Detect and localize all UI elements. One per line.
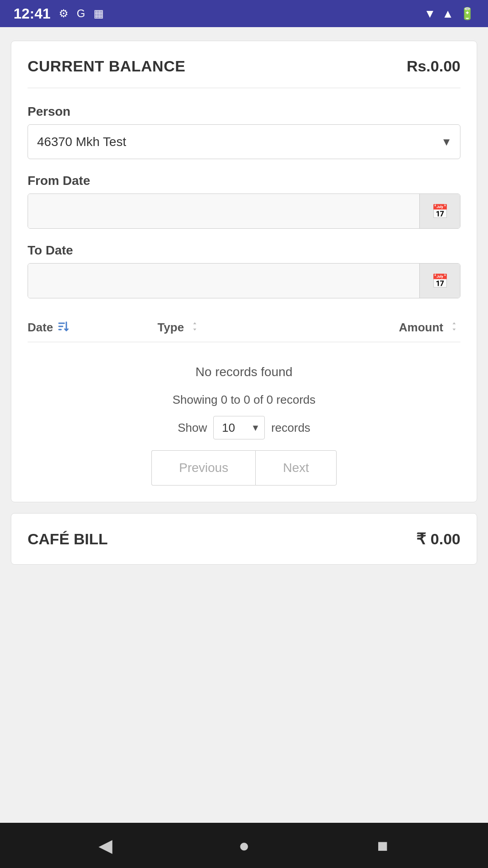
recents-nav-button[interactable]: ■ (365, 827, 401, 863)
balance-amount: Rs.0.00 (407, 57, 460, 75)
from-calendar-icon: 📅 (432, 203, 448, 219)
type-column-label: Type (157, 321, 184, 335)
person-select-wrapper[interactable]: 46370 Mkh Test ▼ (28, 124, 460, 159)
person-label: Person (28, 104, 460, 119)
nav-bar: ◀ ● ■ (0, 823, 488, 868)
clipboard-icon: ▦ (94, 7, 104, 20)
home-icon: ● (239, 835, 249, 856)
recents-icon: ■ (377, 835, 388, 856)
back-nav-button[interactable]: ◀ (87, 827, 123, 863)
to-date-calendar-button[interactable]: 📅 (419, 264, 460, 298)
back-icon: ◀ (99, 835, 113, 856)
date-sort-icon[interactable] (57, 320, 70, 335)
settings-icon: ⚙ (59, 7, 69, 20)
previous-button[interactable]: Previous (151, 450, 255, 486)
show-select-wrapper[interactable]: 10 25 50 100 ▼ (213, 416, 265, 439)
table-container: Date Type (28, 313, 460, 486)
current-balance-card: CURRENT BALANCE Rs.0.00 Person 46370 Mkh… (11, 41, 477, 502)
col-type-header: Type (157, 320, 319, 335)
show-count-select[interactable]: 10 25 50 100 (214, 416, 264, 439)
from-date-input[interactable] (28, 194, 419, 228)
type-sort-icon[interactable] (188, 320, 201, 335)
pagination-info: Showing 0 to 0 of 0 records (28, 393, 460, 407)
from-date-wrapper: 📅 (28, 193, 460, 229)
main-content: CURRENT BALANCE Rs.0.00 Person 46370 Mkh… (0, 27, 488, 823)
google-icon: G (77, 7, 85, 20)
cafe-bill-amount: ₹ 0.00 (416, 530, 460, 548)
person-select[interactable]: 46370 Mkh Test (28, 125, 460, 159)
to-date-wrapper: 📅 (28, 263, 460, 298)
balance-header: CURRENT BALANCE Rs.0.00 (28, 57, 460, 88)
no-records-message: No records found (28, 342, 460, 393)
next-button[interactable]: Next (255, 450, 337, 486)
from-date-label: From Date (28, 174, 460, 188)
cafe-bill-card: CAFÉ BILL ₹ 0.00 (11, 513, 477, 565)
cafe-header: CAFÉ BILL ₹ 0.00 (28, 530, 460, 548)
signal-icon: ▲ (442, 7, 454, 21)
pagination-buttons: Previous Next (28, 450, 460, 486)
cafe-bill-label: CAFÉ BILL (28, 530, 108, 548)
home-nav-button[interactable]: ● (226, 827, 262, 863)
battery-icon: 🔋 (460, 7, 474, 21)
status-left: 12:41 ⚙ G ▦ (14, 5, 104, 22)
status-time: 12:41 (14, 5, 51, 22)
show-label: Show (178, 421, 207, 435)
to-calendar-icon: 📅 (432, 273, 448, 289)
from-date-calendar-button[interactable]: 📅 (419, 194, 460, 228)
table-header: Date Type (28, 313, 460, 342)
records-label: records (271, 421, 310, 435)
balance-label: CURRENT BALANCE (28, 57, 185, 75)
amount-sort-icon[interactable] (448, 320, 460, 335)
col-date-header: Date (28, 320, 157, 335)
date-column-label: Date (28, 321, 53, 335)
to-date-label: To Date (28, 243, 460, 258)
to-date-form-group: To Date 📅 (28, 243, 460, 298)
to-date-input[interactable] (28, 264, 419, 298)
from-date-form-group: From Date 📅 (28, 174, 460, 229)
status-bar: 12:41 ⚙ G ▦ ▼ ▲ 🔋 (0, 0, 488, 27)
status-right: ▼ ▲ 🔋 (424, 7, 474, 21)
show-row: Show 10 25 50 100 ▼ records (28, 416, 460, 439)
wifi-icon: ▼ (424, 7, 436, 21)
person-form-group: Person 46370 Mkh Test ▼ (28, 104, 460, 159)
col-amount-header: Amount (320, 320, 460, 335)
amount-column-label: Amount (399, 321, 443, 335)
